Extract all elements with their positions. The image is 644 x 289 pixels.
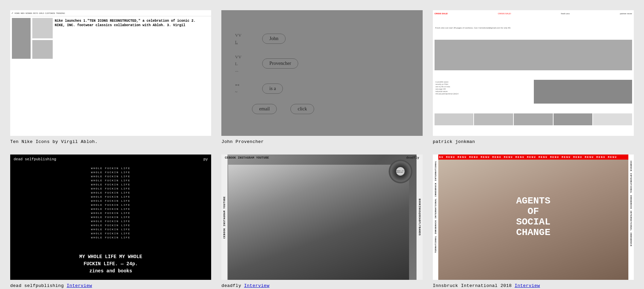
card-dead: dead selfpublishing py WHOLE FUCKIN LIFE… [10, 155, 211, 289]
patrick-fresh: fresh uno: [561, 13, 570, 23]
nike-caption: Ten Nike Icons by Virgil Abloh. [10, 139, 211, 144]
card-innsbruck: MENU MENU MENU MENU MENU MENU MENU MENU … [433, 155, 634, 289]
dead-caption-text: dead selfpublishing [10, 283, 64, 288]
nike-nav-item: HOME [15, 12, 20, 14]
vvl-layout: VVL John VVL... Provencher **~ is a emai… [221, 10, 422, 136]
innsbruck-thumbnail[interactable]: MENU MENU MENU MENU MENU MENU MENU MENU … [433, 155, 634, 280]
nike-mini-nav: HOME MEN WOMEN BOYS GIRLS CUSTOMIZE TREN… [15, 12, 65, 14]
dead-footer-line3: zines and books [79, 268, 142, 275]
dead-caption: dead selfpublishing Interview [10, 283, 211, 288]
vvl-symbol-3: **~ [235, 82, 252, 95]
dead-footer: MY WHOLE LIFE MY WHOLE FUCKIN LIFE. — 24… [79, 253, 142, 275]
nike-nav-item: MEN [21, 12, 24, 14]
vvl-caption: John Provencher [221, 139, 422, 144]
nike-image-area [12, 18, 53, 134]
nike-nav-item: WOMEN [26, 12, 32, 14]
vvl-john-button[interactable]: John [262, 34, 285, 44]
vvl-click-button[interactable]: click [290, 104, 314, 114]
deadfly-header-bar: CEBOOK INSTAGRAM YOUTUBE deadfly [221, 155, 422, 161]
patrick-bottom-img-1 [435, 113, 474, 125]
patrick-dark-image [534, 80, 632, 104]
patrick-main-image [435, 40, 632, 70]
patrick-thumbnail[interactable]: CRISIS SALE! CRISIS SALE! fresh uno: par… [433, 10, 634, 136]
deadfly-title: deadfly [406, 156, 419, 160]
innsbruck-caption: Innsbruck International 2018 Interview [433, 283, 634, 288]
innsbruck-left-vertical-text: TERNATIONAL INNSBRUCK INTERNATIONAL INNS… [433, 155, 438, 280]
deadfly-caption-text: deadfly [221, 283, 241, 288]
innsbruck-interview-link[interactable]: Interview [514, 283, 540, 288]
vvl-thumbnail[interactable]: VVL John VVL... Provencher **~ is a emai… [221, 10, 422, 136]
patrick-bottom-img-5 [593, 113, 632, 125]
nike-nav: ✓ HOME MEN WOMEN BOYS GIRLS CUSTOMIZE TR… [10, 10, 211, 16]
innsbruck-caption-text: Innsbruck International 2018 [433, 283, 512, 288]
vvl-email-button[interactable]: email [252, 104, 277, 114]
patrick-caption: patrick jonkman [433, 139, 634, 144]
nike-nav-item: TRENDING [56, 12, 65, 14]
innsbruck-line4: CHANGE [516, 228, 550, 238]
nike-text-area: Nike launches 1."TEN ICONS RECONSTRUCTED… [53, 18, 209, 134]
patrick-desc: Fresh zine out now! 28 pages of coolness… [435, 26, 632, 39]
vvl-row-3: **~ is a [235, 82, 409, 95]
nike-image-2 [32, 18, 53, 38]
dead-py-label: py [203, 157, 208, 161]
card-nike: ✓ HOME MEN WOMEN BOYS GIRLS CUSTOMIZE TR… [10, 10, 211, 144]
deadfly-vinyl-label: DEADLY FLYDOWNLOAD ↓ [396, 167, 405, 176]
deadfly-thumbnail[interactable]: CEBOOK INSTAGRAM YOUTUBE deadfly DEADLY … [221, 155, 422, 280]
main-grid: ✓ HOME MEN WOMEN BOYS GIRLS CUSTOMIZE TR… [10, 10, 634, 288]
nike-image-3 [32, 40, 53, 59]
vvl-row-1: VVL John [235, 32, 409, 45]
nike-nav-item: CUSTOMIZE [45, 12, 55, 14]
dead-title: dead selfpublishing [14, 157, 56, 161]
patrick-bottom-img-2 [474, 113, 513, 125]
deadfly-left-text: CEBOOK INSTAGRAM YOUTUBE [221, 155, 227, 280]
patrick-bottom-img-4 [554, 113, 593, 125]
dead-footer-line2: FUCKIN LIFE. — 24p. [79, 260, 142, 268]
patrick-crisis-2: CRISIS SALE! [498, 13, 511, 23]
dead-thumbnail[interactable]: dead selfpublishing py WHOLE FUCKIN LIFE… [10, 155, 211, 280]
deadfly-interview-link[interactable]: Interview [244, 283, 270, 288]
patrick-bottom-img-3 [514, 113, 553, 125]
card-vvl: VVL John VVL... Provencher **~ is a emai… [221, 10, 422, 144]
nike-nav-item: GIRLS [39, 12, 44, 14]
innsbruck-menu-bar: MENU MENU MENU MENU MENU MENU MENU MENU … [433, 155, 634, 160]
patrick-text-block-1: is possible space recently on Flickr see… [435, 80, 533, 112]
deadfly-main-image: DEADLY FLYDOWNLOAD ↓ CEBOOK INSTAGRAM YO… [221, 155, 422, 280]
innsbruck-overlay-text: AGENTS OF SOCIAL CHANGE [516, 196, 550, 238]
vvl-row-4: email click [235, 104, 409, 114]
dead-repeated-text: WHOLE FUCKIN LIFE WHOLE FUCKIN LIFE WHOL… [10, 166, 211, 240]
dead-interview-link[interactable]: Interview [67, 283, 92, 288]
patrick-partner: partner never [620, 13, 632, 23]
patrick-bottom-images [435, 113, 632, 125]
patrick-caption-text: patrick jonkman [433, 139, 475, 144]
deadfly-persons [228, 165, 409, 280]
patrick-header: CRISIS SALE! CRISIS SALE! fresh uno: par… [435, 12, 632, 25]
crisis-label: CRISIS SALE! [435, 13, 448, 23]
deadfly-caption: deadfly Interview [221, 283, 422, 288]
nike-headline: Nike launches 1."TEN ICONS RECONSTRUCTED… [55, 19, 207, 28]
vvl-isa-button[interactable]: is a [262, 84, 283, 94]
nike-logo: ✓ [12, 12, 13, 15]
vvl-symbol-2: VVL... [235, 54, 252, 74]
vvl-symbol-1: VVL [235, 32, 252, 45]
vvl-caption-text: John Provencher [221, 139, 264, 144]
card-patrick: CRISIS SALE! CRISIS SALE! fresh uno: par… [433, 10, 634, 144]
innsbruck-line2: OF [516, 207, 550, 217]
innsbruck-line1: AGENTS [516, 196, 550, 207]
deadfly-vinyl: DEADLY FLYDOWNLOAD ↓ [389, 160, 412, 183]
nike-person-image [12, 18, 31, 59]
innsbruck-right-vertical-text: ISBRUCK INTERNATIONAL INNSBRUCK INTERNAT… [628, 155, 634, 280]
vvl-provencher-button[interactable]: Provencher [262, 58, 298, 69]
nike-content: Nike launches 1."TEN ICONS RECONSTRUCTED… [10, 16, 211, 136]
card-deadfly: CEBOOK INSTAGRAM YOUTUBE deadfly DEADLY … [221, 155, 422, 289]
dead-footer-line1: MY WHOLE LIFE MY WHOLE [79, 253, 142, 260]
nike-nav-item: BOYS [33, 12, 38, 14]
innsbruck-line3: SOCIAL [516, 217, 550, 228]
nike-thumbnail[interactable]: ✓ HOME MEN WOMEN BOYS GIRLS CUSTOMIZE TR… [10, 10, 211, 136]
dead-header-bar: dead selfpublishing py [10, 155, 211, 164]
deadfly-right-text: BOOKINGS@DEADFLYBANDS [417, 155, 423, 280]
vvl-row-2: VVL... Provencher [235, 54, 409, 74]
nike-caption-text: Ten Nike Icons by Virgil Abloh. [10, 139, 98, 144]
deadfly-nav-text: CEBOOK INSTAGRAM YOUTUBE [225, 156, 269, 160]
